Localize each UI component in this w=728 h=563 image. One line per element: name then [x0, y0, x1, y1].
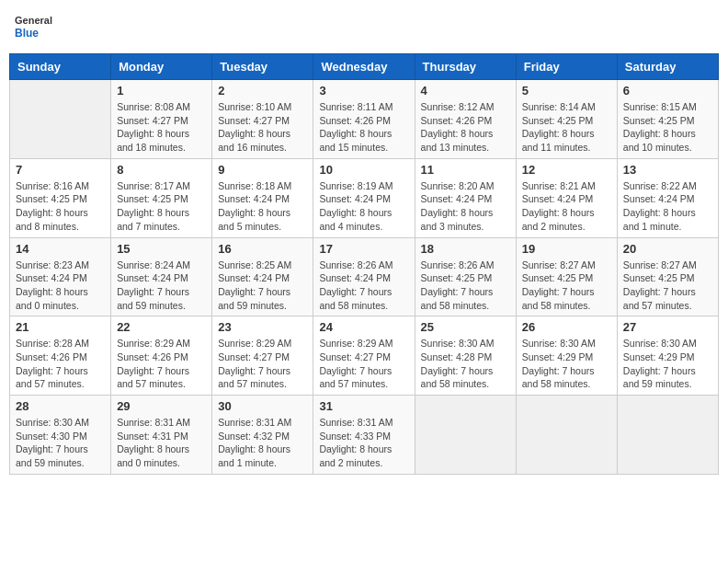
calendar-cell: 27Sunrise: 8:30 AMSunset: 4:29 PMDayligh… [617, 316, 718, 396]
calendar-cell: 9Sunrise: 8:18 AMSunset: 4:24 PMDaylight… [212, 158, 313, 237]
day-number: 11 [421, 163, 510, 177]
day-info: Sunrise: 8:18 AMSunset: 4:24 PMDaylight:… [218, 179, 307, 234]
calendar-cell [10, 80, 111, 159]
day-info: Sunrise: 8:29 AMSunset: 4:26 PMDaylight:… [117, 337, 206, 391]
week-row-2: 7Sunrise: 8:16 AMSunset: 4:25 PMDaylight… [10, 158, 719, 237]
day-number: 1 [117, 84, 206, 98]
day-number: 2 [218, 84, 307, 98]
day-number: 25 [421, 320, 510, 334]
calendar-cell: 11Sunrise: 8:20 AMSunset: 4:24 PMDayligh… [415, 158, 516, 237]
calendar-cell: 19Sunrise: 8:27 AMSunset: 4:25 PMDayligh… [516, 237, 617, 316]
day-info: Sunrise: 8:16 AMSunset: 4:25 PMDaylight:… [16, 179, 105, 234]
generalblue-logo-icon: General Blue [13, 9, 59, 46]
calendar-cell: 29Sunrise: 8:31 AMSunset: 4:31 PMDayligh… [111, 396, 212, 475]
calendar-cell: 20Sunrise: 8:27 AMSunset: 4:25 PMDayligh… [617, 237, 718, 316]
day-info: Sunrise: 8:10 AMSunset: 4:27 PMDaylight:… [218, 100, 307, 155]
col-header-monday: Monday [111, 54, 212, 80]
day-info: Sunrise: 8:31 AMSunset: 4:33 PMDaylight:… [319, 416, 408, 470]
day-info: Sunrise: 8:14 AMSunset: 4:25 PMDaylight:… [522, 100, 611, 155]
calendar-cell: 10Sunrise: 8:19 AMSunset: 4:24 PMDayligh… [313, 158, 415, 237]
calendar-cell: 13Sunrise: 8:22 AMSunset: 4:24 PMDayligh… [617, 158, 718, 237]
day-number: 8 [117, 163, 206, 177]
day-info: Sunrise: 8:28 AMSunset: 4:26 PMDaylight:… [16, 337, 105, 391]
day-number: 28 [16, 399, 105, 413]
calendar-cell: 5Sunrise: 8:14 AMSunset: 4:25 PMDaylight… [516, 80, 617, 159]
calendar-cell: 17Sunrise: 8:26 AMSunset: 4:24 PMDayligh… [313, 237, 415, 316]
day-info: Sunrise: 8:11 AMSunset: 4:26 PMDaylight:… [319, 100, 408, 155]
day-info: Sunrise: 8:12 AMSunset: 4:26 PMDaylight:… [421, 100, 510, 155]
calendar-cell: 12Sunrise: 8:21 AMSunset: 4:24 PMDayligh… [516, 158, 617, 237]
week-row-1: 1Sunrise: 8:08 AMSunset: 4:27 PMDaylight… [10, 80, 719, 159]
day-info: Sunrise: 8:25 AMSunset: 4:24 PMDaylight:… [218, 259, 307, 313]
day-info: Sunrise: 8:29 AMSunset: 4:27 PMDaylight:… [218, 337, 307, 391]
day-number: 16 [218, 242, 307, 256]
day-number: 12 [522, 163, 611, 177]
calendar-cell: 16Sunrise: 8:25 AMSunset: 4:24 PMDayligh… [212, 237, 313, 316]
calendar-cell: 23Sunrise: 8:29 AMSunset: 4:27 PMDayligh… [212, 316, 313, 396]
calendar-cell: 3Sunrise: 8:11 AMSunset: 4:26 PMDaylight… [313, 80, 415, 159]
day-info: Sunrise: 8:30 AMSunset: 4:28 PMDaylight:… [421, 337, 510, 391]
calendar-cell: 25Sunrise: 8:30 AMSunset: 4:28 PMDayligh… [415, 316, 516, 396]
calendar-cell: 18Sunrise: 8:26 AMSunset: 4:25 PMDayligh… [415, 237, 516, 316]
day-info: Sunrise: 8:29 AMSunset: 4:27 PMDaylight:… [319, 337, 408, 391]
day-info: Sunrise: 8:26 AMSunset: 4:24 PMDaylight:… [319, 259, 408, 313]
day-number: 17 [319, 242, 408, 256]
logo: General Blue [13, 9, 59, 46]
day-number: 21 [16, 320, 105, 334]
day-info: Sunrise: 8:21 AMSunset: 4:24 PMDaylight:… [522, 179, 611, 234]
col-header-friday: Friday [516, 54, 617, 80]
day-number: 27 [623, 320, 712, 334]
day-info: Sunrise: 8:31 AMSunset: 4:32 PMDaylight:… [218, 416, 307, 470]
day-number: 4 [421, 84, 510, 98]
calendar-cell: 1Sunrise: 8:08 AMSunset: 4:27 PMDaylight… [111, 80, 212, 159]
col-header-wednesday: Wednesday [313, 54, 415, 80]
week-row-4: 21Sunrise: 8:28 AMSunset: 4:26 PMDayligh… [10, 316, 719, 396]
svg-text:Blue: Blue [15, 27, 39, 40]
calendar-cell [415, 396, 516, 475]
calendar-cell: 30Sunrise: 8:31 AMSunset: 4:32 PMDayligh… [212, 396, 313, 475]
week-row-3: 14Sunrise: 8:23 AMSunset: 4:24 PMDayligh… [10, 237, 719, 316]
col-header-thursday: Thursday [415, 54, 516, 80]
day-info: Sunrise: 8:08 AMSunset: 4:27 PMDaylight:… [117, 100, 206, 155]
day-info: Sunrise: 8:17 AMSunset: 4:25 PMDaylight:… [117, 179, 206, 234]
day-number: 20 [623, 242, 712, 256]
calendar-cell: 7Sunrise: 8:16 AMSunset: 4:25 PMDaylight… [10, 158, 111, 237]
calendar-cell: 6Sunrise: 8:15 AMSunset: 4:25 PMDaylight… [617, 80, 718, 159]
calendar-cell: 26Sunrise: 8:30 AMSunset: 4:29 PMDayligh… [516, 316, 617, 396]
day-number: 10 [319, 163, 408, 177]
day-info: Sunrise: 8:30 AMSunset: 4:29 PMDaylight:… [522, 337, 611, 391]
day-number: 15 [117, 242, 206, 256]
day-info: Sunrise: 8:19 AMSunset: 4:24 PMDaylight:… [319, 179, 408, 234]
day-number: 5 [522, 84, 611, 98]
svg-text:General: General [15, 15, 52, 26]
day-number: 23 [218, 320, 307, 334]
day-info: Sunrise: 8:22 AMSunset: 4:24 PMDaylight:… [623, 179, 712, 234]
day-number: 6 [623, 84, 712, 98]
calendar-cell: 4Sunrise: 8:12 AMSunset: 4:26 PMDaylight… [415, 80, 516, 159]
day-number: 14 [16, 242, 105, 256]
day-info: Sunrise: 8:23 AMSunset: 4:24 PMDaylight:… [16, 259, 105, 313]
calendar-cell: 22Sunrise: 8:29 AMSunset: 4:26 PMDayligh… [111, 316, 212, 396]
day-number: 9 [218, 163, 307, 177]
day-number: 22 [117, 320, 206, 334]
calendar-cell: 15Sunrise: 8:24 AMSunset: 4:24 PMDayligh… [111, 237, 212, 316]
calendar-table: SundayMondayTuesdayWednesdayThursdayFrid… [9, 53, 719, 475]
calendar-cell [617, 396, 718, 475]
day-info: Sunrise: 8:27 AMSunset: 4:25 PMDaylight:… [623, 259, 712, 313]
col-header-saturday: Saturday [617, 54, 718, 80]
day-info: Sunrise: 8:15 AMSunset: 4:25 PMDaylight:… [623, 100, 712, 155]
col-header-sunday: Sunday [10, 54, 111, 80]
calendar-cell: 2Sunrise: 8:10 AMSunset: 4:27 PMDaylight… [212, 80, 313, 159]
page-header: General Blue [9, 9, 719, 46]
day-number: 7 [16, 163, 105, 177]
day-number: 18 [421, 242, 510, 256]
calendar-header: SundayMondayTuesdayWednesdayThursdayFrid… [10, 54, 719, 80]
day-number: 30 [218, 399, 307, 413]
day-info: Sunrise: 8:30 AMSunset: 4:30 PMDaylight:… [16, 416, 105, 470]
day-number: 19 [522, 242, 611, 256]
calendar-cell: 21Sunrise: 8:28 AMSunset: 4:26 PMDayligh… [10, 316, 111, 396]
day-number: 29 [117, 399, 206, 413]
day-info: Sunrise: 8:20 AMSunset: 4:24 PMDaylight:… [421, 179, 510, 234]
col-header-tuesday: Tuesday [212, 54, 313, 80]
day-info: Sunrise: 8:30 AMSunset: 4:29 PMDaylight:… [623, 337, 712, 391]
